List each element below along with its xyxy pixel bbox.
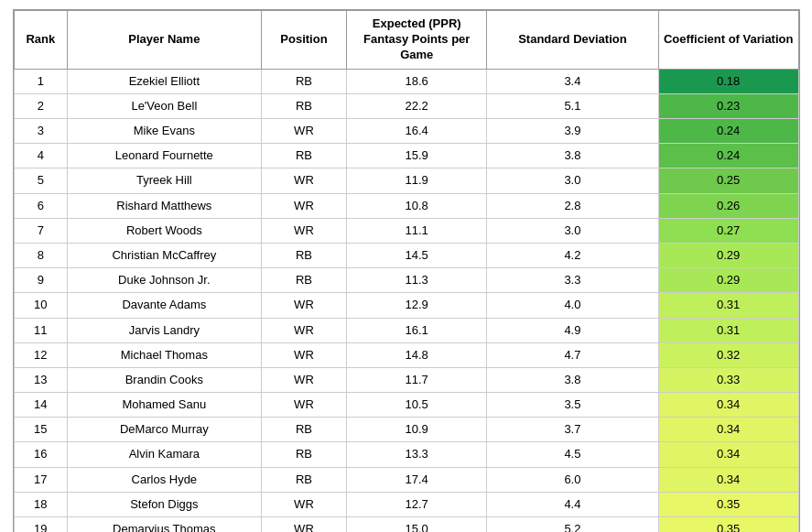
cell-rank: 10 [14, 293, 68, 318]
table-row: 18 Stefon Diggs WR 12.7 4.4 0.35 [14, 492, 798, 516]
cell-cov: 0.24 [658, 144, 798, 168]
cell-std: 3.3 [487, 268, 659, 293]
cell-pts: 16.1 [347, 318, 487, 342]
cell-player-name: Demaryius Thomas [68, 517, 261, 532]
cell-std: 4.2 [487, 243, 659, 267]
cell-std: 5.2 [487, 517, 659, 532]
cell-position: RB [261, 144, 347, 168]
cell-cov: 0.33 [658, 367, 798, 392]
main-table-wrapper: Rank Player Name Position Expected (PPR)… [13, 9, 800, 532]
cell-position: WR [261, 193, 347, 218]
cell-cov: 0.35 [658, 517, 798, 532]
cell-position: WR [261, 492, 347, 516]
cell-rank: 12 [14, 342, 68, 367]
cell-pts: 14.8 [347, 342, 487, 367]
cell-cov: 0.34 [658, 467, 798, 492]
cell-position: WR [261, 119, 347, 144]
cell-std: 3.5 [487, 393, 659, 418]
cell-rank: 5 [14, 168, 68, 193]
table-row: 13 Brandin Cooks WR 11.7 3.8 0.33 [14, 367, 798, 392]
cell-position: RB [261, 93, 347, 118]
cell-player-name: DeMarco Murray [68, 418, 261, 442]
cell-cov: 0.25 [658, 168, 798, 193]
table-row: 4 Leonard Fournette RB 15.9 3.8 0.24 [14, 144, 798, 168]
cell-pts: 11.1 [347, 218, 487, 243]
cell-rank: 1 [14, 69, 68, 93]
cell-player-name: Davante Adams [68, 293, 261, 318]
cell-rank: 9 [14, 268, 68, 293]
cell-player-name: Rishard Matthews [68, 193, 261, 218]
cell-cov: 0.18 [658, 69, 798, 93]
cell-player-name: Le'Veon Bell [68, 93, 261, 118]
cell-cov: 0.26 [658, 193, 798, 218]
cell-std: 3.8 [487, 144, 659, 168]
header-cov: Coefficient of Variation [658, 11, 798, 70]
cell-std: 5.1 [487, 93, 659, 118]
cell-rank: 3 [14, 119, 68, 144]
table-row: 15 DeMarco Murray RB 10.9 3.7 0.34 [14, 418, 798, 442]
cell-rank: 7 [14, 218, 68, 243]
cell-std: 3.4 [487, 69, 659, 93]
cell-pts: 17.4 [347, 467, 487, 492]
cell-cov: 0.34 [658, 442, 798, 467]
cell-rank: 15 [14, 418, 68, 442]
table-row: 3 Mike Evans WR 16.4 3.9 0.24 [14, 119, 798, 144]
cell-pts: 11.3 [347, 268, 487, 293]
cell-pts: 16.4 [347, 119, 487, 144]
cell-std: 4.5 [487, 442, 659, 467]
cell-std: 4.9 [487, 318, 659, 342]
cell-std: 2.8 [487, 193, 659, 218]
cell-pts: 15.0 [347, 517, 487, 532]
cell-pts: 12.9 [347, 293, 487, 318]
cell-rank: 6 [14, 193, 68, 218]
cell-pts: 18.6 [347, 69, 487, 93]
cell-pts: 10.8 [347, 193, 487, 218]
cell-position: WR [261, 218, 347, 243]
cell-pts: 11.7 [347, 367, 487, 392]
cell-position: RB [261, 418, 347, 442]
header-std: Standard Deviation [487, 11, 659, 70]
cell-std: 3.8 [487, 367, 659, 392]
cell-player-name: Christian McCaffrey [68, 243, 261, 267]
cell-player-name: Robert Woods [68, 218, 261, 243]
cell-rank: 18 [14, 492, 68, 516]
cell-cov: 0.32 [658, 342, 798, 367]
table-row: 6 Rishard Matthews WR 10.8 2.8 0.26 [14, 193, 798, 218]
cell-position: WR [261, 168, 347, 193]
cell-pts: 22.2 [347, 93, 487, 118]
cell-player-name: Duke Johnson Jr. [68, 268, 261, 293]
cell-position: WR [261, 517, 347, 532]
stats-table: Rank Player Name Position Expected (PPR)… [14, 10, 799, 532]
cell-player-name: Mike Evans [68, 119, 261, 144]
cell-pts: 15.9 [347, 144, 487, 168]
cell-pts: 10.9 [347, 418, 487, 442]
cell-std: 3.0 [487, 168, 659, 193]
table-row: 11 Jarvis Landry WR 16.1 4.9 0.31 [14, 318, 798, 342]
cell-player-name: Michael Thomas [68, 342, 261, 367]
table-row: 2 Le'Veon Bell RB 22.2 5.1 0.23 [14, 93, 798, 118]
cell-player-name: Jarvis Landry [68, 318, 261, 342]
cell-cov: 0.24 [658, 119, 798, 144]
cell-pts: 10.5 [347, 393, 487, 418]
cell-player-name: Mohamed Sanu [68, 393, 261, 418]
cell-rank: 19 [14, 517, 68, 532]
table-row: 5 Tyreek Hill WR 11.9 3.0 0.25 [14, 168, 798, 193]
table-row: 17 Carlos Hyde RB 17.4 6.0 0.34 [14, 467, 798, 492]
cell-cov: 0.23 [658, 93, 798, 118]
header-position: Position [261, 11, 347, 70]
cell-position: WR [261, 318, 347, 342]
cell-std: 3.7 [487, 418, 659, 442]
cell-pts: 11.9 [347, 168, 487, 193]
cell-position: RB [261, 69, 347, 93]
cell-cov: 0.27 [658, 218, 798, 243]
cell-cov: 0.34 [658, 418, 798, 442]
table-row: 9 Duke Johnson Jr. RB 11.3 3.3 0.29 [14, 268, 798, 293]
cell-rank: 13 [14, 367, 68, 392]
cell-player-name: Alvin Kamara [68, 442, 261, 467]
cell-cov: 0.29 [658, 243, 798, 267]
cell-cov: 0.31 [658, 318, 798, 342]
cell-std: 6.0 [487, 467, 659, 492]
table-row: 1 Ezekiel Elliott RB 18.6 3.4 0.18 [14, 69, 798, 93]
cell-pts: 14.5 [347, 243, 487, 267]
cell-rank: 17 [14, 467, 68, 492]
